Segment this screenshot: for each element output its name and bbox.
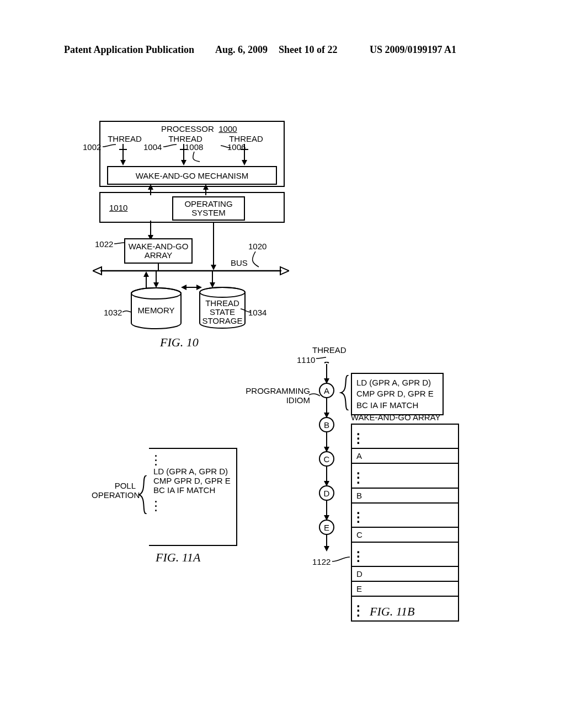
ref-1122: 1122 xyxy=(312,557,331,566)
arrow-thread1-mech xyxy=(119,149,127,165)
wag-row-dots-1: ... xyxy=(352,425,458,448)
prog-idiom-line xyxy=(309,393,321,398)
thread-node-d: D xyxy=(319,485,334,501)
fig11a-caption: FIG. 11A xyxy=(156,550,200,565)
os-row: 1010 OPERATING SYSTEM xyxy=(99,192,285,223)
wag-row-dots-4: ... xyxy=(352,542,458,566)
poll-bc: BC IA IF MATCH xyxy=(153,485,236,495)
ref-1008-line xyxy=(191,152,206,163)
page: Patent Application Publication Aug. 6, 2… xyxy=(0,0,565,728)
wag-row-e: E xyxy=(352,581,458,596)
poll-ld: LD (GPR A, GPR D) xyxy=(153,467,236,476)
memory-cylinder: MEMORY xyxy=(130,287,182,330)
wag-row-a: A xyxy=(352,448,458,463)
header-right: US 2009/0199197 A1 xyxy=(370,44,456,56)
wag-title: WAKE-AND-GO ARRAY xyxy=(351,413,441,422)
arrow-d-e xyxy=(323,501,331,521)
thread-label-1: THREAD xyxy=(106,134,143,143)
memory-label: MEMORY xyxy=(130,306,182,315)
idiom-box: LD (GPR A, GPR D) CMP GPR D, GPR E BC IA… xyxy=(351,373,444,415)
ref-1022-line xyxy=(114,242,125,247)
svg-marker-42 xyxy=(324,546,329,552)
idiom-brace xyxy=(339,375,351,413)
thread-label-11b: THREAD xyxy=(312,345,347,355)
ref-1034-line xyxy=(241,308,252,315)
arrow-thread2-mech xyxy=(180,149,188,165)
idiom-ld: LD (GPR A, GPR D) xyxy=(356,377,438,388)
ref-1020: 1020 xyxy=(248,242,266,251)
prog-idiom-label: PROGRAMMING IDIOM xyxy=(244,386,310,405)
ref-1004: 1004 xyxy=(143,142,162,152)
thread-stub-top xyxy=(323,362,331,384)
arrow-os-up-1 xyxy=(147,184,154,195)
thread-node-b: B xyxy=(319,417,334,432)
arrow-os-to-bus xyxy=(210,223,217,270)
arrow-a-b xyxy=(323,398,331,418)
poll-brace xyxy=(138,475,149,516)
svg-marker-13 xyxy=(93,267,102,275)
ref-1004-line xyxy=(163,143,179,151)
arrow-b-c xyxy=(323,432,331,452)
arrow-array-bus xyxy=(154,264,162,270)
tss-cylinder: THREAD STATE STORAGE xyxy=(199,287,246,330)
ref-1020-line xyxy=(250,251,262,268)
ref-1032-line xyxy=(122,310,132,315)
fig10-caption: FIG. 10 xyxy=(160,335,199,350)
thread-node-c: C xyxy=(319,451,334,467)
wag-row-dots-2: ... xyxy=(352,463,458,487)
ref-1110: 1110 xyxy=(297,355,315,365)
wag-row-d: D xyxy=(352,566,458,581)
poll-op-label: POLL OPERATION xyxy=(92,481,136,500)
wake-and-go-array: WAKE-AND-GO ARRAY xyxy=(124,238,193,264)
idiom-bc: BC IA IF MATCH xyxy=(356,400,438,411)
arrow-os-to-array xyxy=(147,221,154,240)
operating-system: OPERATING SYSTEM xyxy=(172,196,245,221)
wag-table: ... A ... B ... C ... D E ... xyxy=(351,424,459,622)
wag-row-dots-3: ... xyxy=(352,502,458,527)
poll-dots-bottom: ... xyxy=(153,495,236,512)
wag-row-c: C xyxy=(352,527,458,542)
idiom-cmp: CMP GPR D, GPR E xyxy=(356,388,438,399)
ref-1002: 1002 xyxy=(83,142,101,152)
wake-and-go-mechanism: WAKE-AND-GO MECHANISM xyxy=(107,166,277,185)
arrow-thread3-mech xyxy=(241,149,248,165)
poll-cmp: CMP GPR D, GPR E xyxy=(153,476,236,485)
header-sheet: Sheet 10 of 22 xyxy=(279,44,338,56)
thread-node-a: A xyxy=(319,383,334,398)
arrow-c-d xyxy=(323,467,331,486)
ref-1010: 1010 xyxy=(109,203,127,212)
svg-marker-14 xyxy=(280,267,289,275)
bus-label: BUS xyxy=(231,258,248,267)
tss-label: THREAD STATE STORAGE xyxy=(199,299,246,325)
thread-node-e: E xyxy=(319,520,334,535)
header-date: Aug. 6, 2009 xyxy=(215,44,268,56)
processor-label: PROCESSOR 1000 xyxy=(161,124,227,133)
poll-dots-top: ... xyxy=(153,449,236,467)
header-left: Patent Application Publication xyxy=(64,44,194,56)
fig11b-caption: FIG. 11B xyxy=(370,604,414,619)
ref-1032: 1032 xyxy=(104,308,122,317)
arrow-os-up-2 xyxy=(202,184,210,195)
wag-row-b: B xyxy=(352,488,458,502)
poll-op-box: ... LD (GPR A, GPR D) CMP GPR D, GPR E B… xyxy=(149,448,237,546)
ref-1022: 1022 xyxy=(95,239,113,249)
ref-1002-line xyxy=(103,143,118,151)
ref-1008: 1008 xyxy=(185,142,203,152)
arrow-bus-mem-down xyxy=(152,271,160,288)
ref-1006-line xyxy=(221,144,232,151)
arrow-bus-mem-up xyxy=(142,271,150,288)
arrow-e-end xyxy=(323,535,331,552)
ref-1122-line xyxy=(332,556,351,564)
arrow-tss-bus xyxy=(209,271,216,288)
